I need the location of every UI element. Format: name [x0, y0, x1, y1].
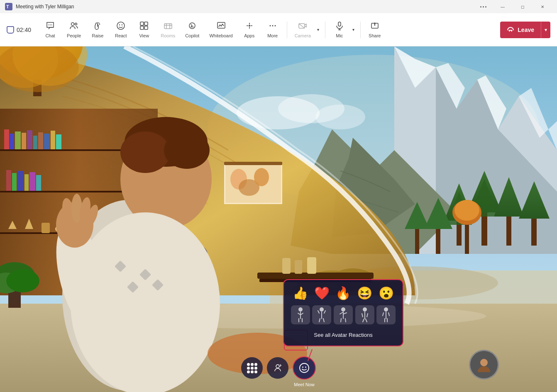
- toolbar-react[interactable]: React: [110, 17, 132, 43]
- svg-rect-76: [15, 131, 21, 149]
- leave-button-group: Leave ▾: [500, 22, 550, 38]
- svg-rect-78: [27, 130, 32, 149]
- svg-rect-11: [144, 22, 148, 25]
- svg-point-99: [6, 269, 39, 292]
- svg-point-2: [49, 24, 49, 25]
- toolbar-separator-1: [287, 22, 287, 38]
- svg-rect-14: [164, 24, 172, 29]
- svg-rect-87: [24, 174, 29, 191]
- svg-point-141: [300, 363, 309, 373]
- restore-button[interactable]: ◻: [513, 0, 532, 13]
- toolbar-copilot[interactable]: Copilot: [181, 17, 203, 43]
- avatar-pose-3[interactable]: [334, 305, 353, 324]
- close-button[interactable]: ✕: [533, 0, 552, 13]
- svg-rect-107: [282, 258, 291, 274]
- leave-button[interactable]: Leave: [500, 22, 541, 38]
- avatar-icon: [273, 363, 283, 373]
- svg-point-114: [254, 168, 269, 186]
- camera-icon: [298, 21, 307, 32]
- toolbar-mic[interactable]: Mic: [329, 17, 350, 43]
- chat-icon: [46, 21, 55, 32]
- svg-rect-27: [338, 22, 341, 26]
- svg-point-6: [75, 23, 77, 25]
- self-video-thumbnail[interactable]: [469, 350, 499, 380]
- timer-display: 02:40: [17, 27, 31, 33]
- svg-point-4: [51, 24, 52, 25]
- see-all-avatar-reactions-button[interactable]: See all Avatar Reactions: [290, 330, 397, 340]
- camera-label: Camera: [295, 33, 311, 38]
- svg-rect-13: [144, 26, 148, 29]
- toolbar-view[interactable]: View: [133, 17, 155, 43]
- avatar-pose-5[interactable]: [376, 305, 396, 324]
- svg-point-138: [363, 307, 367, 312]
- laughing-emoji[interactable]: 😆: [357, 286, 372, 300]
- toolbar-whiteboard[interactable]: Whiteboard: [205, 17, 237, 43]
- svg-rect-58: [465, 221, 469, 254]
- svg-point-139: [384, 307, 388, 312]
- svg-rect-115: [224, 162, 282, 165]
- svg-rect-75: [10, 134, 14, 149]
- apps-label: Apps: [244, 33, 254, 38]
- toolbar-more[interactable]: More: [262, 17, 283, 43]
- avatar-button[interactable]: [267, 357, 288, 379]
- toolbar-raise[interactable]: Raise: [87, 17, 108, 43]
- svg-rect-80: [38, 132, 43, 149]
- toolbar-separator-3: [360, 22, 361, 38]
- svg-rect-108: [295, 260, 302, 274]
- mic-chevron[interactable]: ▾: [350, 17, 357, 43]
- toolbar-camera[interactable]: Camera: [291, 17, 315, 43]
- svg-point-135: [298, 307, 303, 312]
- more-icon: [268, 21, 277, 32]
- svg-point-24: [274, 25, 276, 27]
- heart-emoji[interactable]: ❤️: [314, 286, 330, 300]
- copilot-icon: [188, 21, 197, 32]
- avatar-pose-1[interactable]: [291, 305, 310, 324]
- whiteboard-label: Whiteboard: [209, 33, 232, 38]
- avatar-button-wrap: [267, 357, 288, 379]
- minimize-button[interactable]: —: [493, 0, 512, 13]
- copilot-label: Copilot: [185, 33, 199, 38]
- emoji-reaction-button[interactable]: [293, 356, 316, 380]
- toolbar: 02:40 Chat People: [0, 13, 557, 46]
- avatar-pose-2[interactable]: [312, 305, 331, 324]
- svg-rect-109: [307, 257, 316, 274]
- raise-label: Raise: [92, 33, 103, 38]
- wow-emoji[interactable]: 😮: [379, 286, 394, 300]
- people-label: People: [67, 33, 81, 38]
- toolbar-chat[interactable]: Chat: [39, 17, 61, 43]
- svg-text:T: T: [6, 4, 9, 9]
- toolbar-apps[interactable]: Apps: [239, 17, 260, 43]
- title-bar: T Meeting with Tyler Milligan — ◻ ✕: [0, 0, 557, 13]
- meet-now-label: Meet Now: [294, 382, 315, 387]
- svg-point-9: [122, 24, 122, 25]
- svg-point-5: [71, 23, 74, 26]
- emoji-button-wrap: Meet Now: [293, 356, 316, 380]
- view-label: View: [139, 33, 149, 38]
- emoji-reactions-row: 👍 ❤️ 🔥 😆 😮: [290, 286, 397, 300]
- leave-chevron[interactable]: ▾: [541, 22, 550, 38]
- svg-rect-89: [36, 175, 41, 191]
- chat-label: Chat: [45, 33, 55, 38]
- toolbar-separator-2: [325, 22, 325, 38]
- window-title: Meeting with Tyler Milligan: [16, 4, 477, 10]
- shield-icon: [7, 26, 14, 34]
- toolbar-share[interactable]: Share: [364, 17, 386, 43]
- svg-rect-77: [22, 133, 26, 149]
- camera-chevron[interactable]: ▾: [315, 17, 322, 43]
- share-label: Share: [369, 33, 381, 38]
- avatar-pose-4[interactable]: [355, 305, 374, 324]
- svg-point-137: [341, 307, 345, 312]
- svg-point-60: [454, 200, 479, 221]
- grid-dots-button[interactable]: [241, 357, 263, 379]
- thumbs-up-emoji[interactable]: 👍: [293, 286, 308, 300]
- view-icon: [139, 21, 149, 32]
- bottom-controls: Meet Now: [241, 356, 316, 380]
- smiley-icon: [299, 363, 310, 373]
- fire-emoji[interactable]: 🔥: [335, 286, 351, 300]
- svg-rect-10: [140, 22, 144, 25]
- apps-icon: [245, 21, 254, 32]
- toolbar-rooms[interactable]: Rooms: [156, 17, 179, 43]
- react-icon: [116, 21, 125, 32]
- scene-background: [0, 46, 557, 392]
- toolbar-people[interactable]: People: [63, 17, 85, 43]
